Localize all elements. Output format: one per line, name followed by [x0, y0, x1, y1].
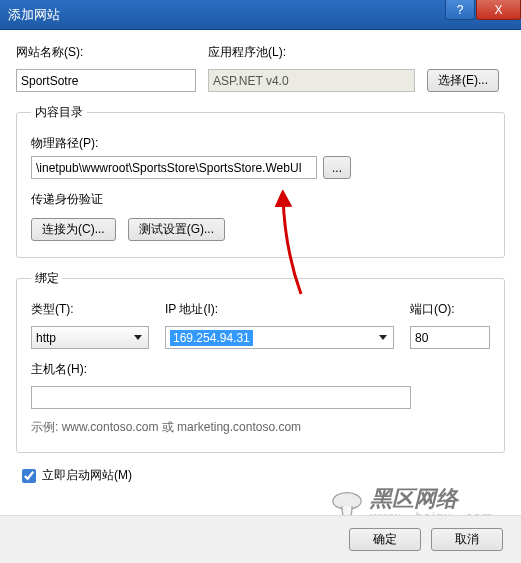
type-label: 类型(T): — [31, 301, 149, 318]
window-title: 添加网站 — [8, 6, 513, 24]
start-now-label: 立即启动网站(M) — [42, 467, 132, 484]
port-input[interactable] — [410, 326, 490, 349]
test-settings-button[interactable]: 测试设置(G)... — [128, 218, 225, 241]
dialog-footer: 确定 取消 — [0, 515, 521, 563]
type-select[interactable]: http — [31, 326, 149, 349]
select-pool-button[interactable]: 选择(E)... — [427, 69, 499, 92]
ip-label: IP 地址(I): — [165, 301, 394, 318]
app-pool-display: ASP.NET v4.0 — [208, 69, 415, 92]
browse-button[interactable]: ... — [323, 156, 351, 179]
hostname-label: 主机名(H): — [31, 361, 490, 378]
hostname-example: 示例: www.contoso.com 或 marketing.contoso.… — [31, 419, 490, 436]
title-bar: 添加网站 ? X — [0, 0, 521, 30]
site-name-label: 网站名称(S): — [16, 44, 196, 61]
hostname-input[interactable] — [31, 386, 411, 409]
close-button[interactable]: X — [476, 0, 521, 20]
start-now-checkbox[interactable] — [22, 469, 36, 483]
binding-group: 绑定 类型(T): IP 地址(I): 端口(O): http 169.254. — [16, 270, 505, 453]
connect-as-button[interactable]: 连接为(C)... — [31, 218, 116, 241]
app-pool-label: 应用程序池(L): — [208, 44, 415, 61]
chevron-down-icon — [134, 335, 142, 340]
content-directory-legend: 内容目录 — [31, 104, 87, 121]
binding-legend: 绑定 — [31, 270, 63, 287]
svg-point-0 — [333, 492, 361, 509]
physical-path-label: 物理路径(P): — [31, 135, 490, 152]
content-directory-group: 内容目录 物理路径(P): ... 传递身份验证 连接为(C)... 测试设置(… — [16, 104, 505, 258]
help-button[interactable]: ? — [445, 0, 475, 20]
passthrough-label: 传递身份验证 — [31, 191, 490, 208]
physical-path-input[interactable] — [31, 156, 317, 179]
chevron-down-icon — [379, 335, 387, 340]
port-label: 端口(O): — [410, 301, 490, 318]
cancel-button[interactable]: 取消 — [431, 528, 503, 551]
site-name-input[interactable] — [16, 69, 196, 92]
ip-select[interactable]: 169.254.94.31 — [165, 326, 394, 349]
ok-button[interactable]: 确定 — [349, 528, 421, 551]
